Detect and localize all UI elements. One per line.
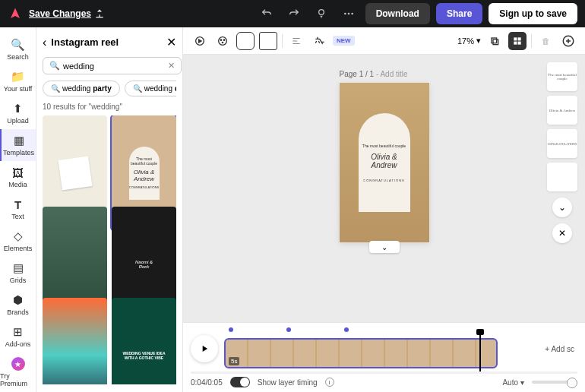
svg-rect-14: [518, 41, 521, 44]
upload-icon: ⬆: [11, 102, 25, 115]
animate-icon[interactable]: [191, 32, 209, 50]
premium-icon: ★: [11, 357, 25, 371]
time-display: 0:04/0:05: [191, 378, 223, 387]
svg-point-0: [318, 10, 324, 15]
svg-point-5: [219, 36, 227, 45]
nav-brands[interactable]: ⬢Brands: [0, 289, 36, 321]
clear-search-icon[interactable]: ✕: [168, 61, 175, 71]
new-badge: NEW: [333, 36, 355, 46]
suggestion-chip[interactable]: 🔍wedding party: [43, 81, 120, 96]
scene-thumb[interactable]: The most beautiful couple: [547, 62, 577, 91]
text-icon: T: [11, 198, 25, 211]
grid-view-icon[interactable]: [508, 32, 526, 50]
signup-button[interactable]: Sign up to save: [489, 3, 577, 24]
search-icon: 🔍: [49, 61, 60, 71]
keyframe-dot[interactable]: [344, 327, 349, 332]
timeline-track[interactable]: 5s: [224, 338, 498, 368]
close-panel-icon[interactable]: ✕: [166, 35, 176, 49]
nav-text[interactable]: TText: [0, 193, 36, 225]
template-thumb[interactable]: [43, 298, 107, 384]
svg-point-6: [220, 40, 221, 40]
back-icon[interactable]: ‹: [43, 36, 46, 49]
keyframe-dot[interactable]: [286, 327, 291, 332]
elements-icon: ◇: [11, 229, 25, 243]
congrats-text: CONGRATULATIONS: [363, 179, 404, 182]
svg-rect-12: [518, 37, 521, 40]
chevron-down-icon: ▾: [476, 36, 481, 46]
timeline-zoom-slider[interactable]: [532, 381, 577, 384]
info-icon[interactable]: i: [325, 378, 334, 387]
templates-icon: ▦: [12, 134, 26, 147]
clip-duration: 5s: [229, 357, 239, 365]
nav-your-stuff[interactable]: 📁Your stuff: [0, 65, 36, 97]
template-thumb[interactable]: WEDDING VENUE IDEAWITH A GOTHIC VIBE: [112, 298, 176, 384]
sidepanel-title: Instagram reel: [51, 36, 162, 48]
svg-rect-11: [514, 37, 517, 40]
folder-icon: 📁: [11, 70, 25, 84]
layers-icon[interactable]: [485, 32, 504, 50]
nav-premium[interactable]: ★Try Premium: [0, 352, 36, 392]
page-label[interactable]: Page 1 / 1 - Add title: [340, 70, 408, 78]
svg-rect-13: [514, 41, 517, 44]
template-search-input[interactable]: 🔍 ✕: [43, 57, 182, 74]
translate-icon[interactable]: [310, 32, 328, 50]
subtitle-text: The most beautiful couple: [362, 144, 406, 148]
svg-point-8: [222, 42, 223, 43]
app-logo[interactable]: [8, 6, 23, 21]
delete-icon[interactable]: 🗑: [536, 32, 555, 50]
close-thumbs-icon[interactable]: ✕: [552, 223, 572, 243]
svg-point-2: [347, 13, 349, 15]
align-icon[interactable]: [287, 32, 305, 50]
play-button[interactable]: [191, 335, 218, 362]
save-changes-link[interactable]: Save Changes: [29, 8, 105, 19]
scene-thumb[interactable]: Olivia & Andrew: [547, 96, 577, 125]
nav-search[interactable]: 🔍Search: [0, 33, 36, 65]
scene-thumb[interactable]: [547, 163, 577, 191]
canvas-page[interactable]: The most beautiful couple Olivia & Andre…: [340, 83, 429, 242]
auto-dropdown[interactable]: Auto▾: [502, 378, 524, 387]
svg-point-1: [344, 13, 346, 15]
nav-grids[interactable]: ▤Grids: [0, 257, 36, 289]
results-count: 10 results for "wedding": [43, 103, 176, 111]
svg-point-7: [223, 40, 224, 40]
svg-rect-10: [493, 40, 498, 45]
zoom-dropdown[interactable]: 17%▾: [457, 36, 481, 46]
addons-icon: ⊞: [11, 325, 25, 339]
names-text: Olivia & Andrew: [362, 153, 407, 169]
layer-timing-toggle[interactable]: [230, 377, 250, 387]
playhead[interactable]: [479, 334, 481, 371]
lightbulb-icon[interactable]: [311, 3, 332, 24]
share-button[interactable]: Share: [436, 3, 482, 24]
brands-icon: ⬢: [11, 293, 25, 307]
more-icon[interactable]: [338, 3, 359, 24]
layer-timing-label: Show layer timing: [258, 378, 318, 387]
round-corners-icon[interactable]: [236, 32, 255, 50]
grids-icon: ▤: [11, 261, 25, 275]
nav-elements[interactable]: ◇Elements: [0, 225, 36, 257]
keyframe-dot[interactable]: [229, 327, 233, 332]
media-icon: 🖼: [11, 166, 25, 179]
palette-icon[interactable]: [213, 32, 232, 50]
download-button[interactable]: Download: [365, 3, 430, 24]
nav-templates[interactable]: ▦Templates: [0, 129, 36, 161]
undo-icon[interactable]: [256, 3, 277, 24]
add-page-icon[interactable]: [559, 32, 577, 50]
svg-point-3: [351, 13, 353, 15]
suggestion-chip[interactable]: 🔍wedding d: [125, 81, 176, 96]
scene-thumb[interactable]: CONGRATULATIONS: [547, 129, 577, 158]
nav-addons[interactable]: ⊞Add-ons: [0, 321, 36, 352]
search-icon: 🔍: [11, 38, 25, 52]
arch-frame[interactable]: The most beautiful couple Olivia & Andre…: [359, 113, 410, 212]
expand-page-icon[interactable]: ⌄: [369, 241, 400, 253]
nav-upload[interactable]: ⬆Upload: [0, 97, 36, 129]
square-corners-icon[interactable]: [259, 32, 277, 50]
add-scene-button[interactable]: + Add sc: [542, 345, 577, 353]
collapse-thumbs-icon[interactable]: ⌄: [552, 198, 572, 217]
svg-rect-9: [492, 38, 497, 43]
nav-media[interactable]: 🖼Media: [0, 161, 36, 193]
redo-icon[interactable]: [283, 3, 305, 24]
